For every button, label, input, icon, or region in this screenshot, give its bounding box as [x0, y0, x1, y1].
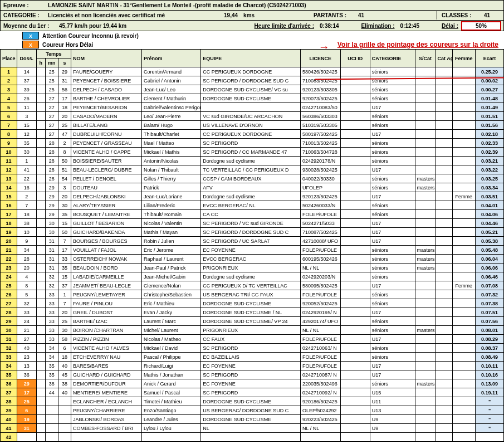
- cell-femme: [452, 370, 476, 379]
- cell-equipe: SC PERIGORD: [201, 344, 301, 353]
- cell-mn: 33: [45, 290, 58, 299]
- cell-place: 36: [1, 379, 17, 388]
- cell-ecart: 0.04.06: [476, 210, 504, 219]
- cell-prenom: Mickael / Mathis: [141, 148, 200, 157]
- cell-lic: NL / NL: [301, 326, 341, 335]
- cell-nom: JABLONSKI/ BORDAS: [71, 415, 141, 424]
- table-row: 33233418ETCHEVERRY/ NAUPascal / Philippe…: [1, 353, 504, 362]
- cell-femme: [452, 85, 476, 94]
- cell-prenom: Jean-Paul / Patrick: [141, 264, 200, 272]
- cell-place: 19: [1, 228, 17, 237]
- cell-uci: [340, 165, 370, 174]
- cell-femme: [452, 121, 476, 130]
- cell-age: [436, 317, 452, 326]
- cell-femme: [452, 362, 476, 370]
- cell-lic: FOLEP/UFOLE: [301, 210, 341, 219]
- cell-s: 45: [58, 370, 71, 379]
- cell-uci: [340, 415, 370, 424]
- cell-s: 20: [58, 308, 71, 317]
- cell-nom: BARTHE/ IZAC: [71, 317, 141, 326]
- cell-prenom: Balam/ Hugo: [141, 121, 200, 130]
- cell-equipe: EVCC BERGERAC/ NL: [201, 201, 301, 210]
- cell-ecart: 0.01.49: [476, 103, 504, 112]
- cell-doss: 18: [17, 210, 37, 219]
- cell-prenom: Mickael / David: [141, 344, 200, 353]
- cell-lic: 710087/502425: [301, 228, 341, 237]
- cell-doss: 2: [17, 192, 37, 201]
- cell-cat: séniors: [370, 85, 415, 94]
- cell-nom: GUICHARD / GUICHARD: [71, 370, 141, 379]
- cell-age: [436, 433, 452, 442]
- cell-doss: 6: [17, 406, 37, 415]
- table-row: 4262717BARTHE / CHEVROLIERClement / Math…: [1, 94, 504, 103]
- cell-prenom: Leo/ Jean-Pierre: [141, 112, 200, 121]
- cell-s: 47: [58, 130, 71, 139]
- cell-equipe: US VILLENAVE D'ORNON: [201, 121, 301, 130]
- cell-nom: ALARY/TEYSSIER: [71, 201, 141, 210]
- cell-nom: GUILLOT / BESARION: [71, 219, 141, 228]
- results-table: Place Doss. Temps NOM Prénom EQUIPE LICE…: [0, 49, 504, 442]
- cell-cat: séniors: [370, 174, 415, 183]
- cell-ecart: 0.07.38: [476, 299, 504, 308]
- cell-h: [36, 264, 45, 272]
- cell-cat: séniors: [370, 264, 415, 272]
- cell-ecart: 0.08.37: [476, 344, 504, 353]
- cell-age: [436, 397, 452, 406]
- cell-h: [36, 317, 45, 326]
- cell-equipe: SC PERIGORD: [201, 139, 301, 148]
- cell-h: [36, 210, 45, 219]
- cell-ecart: 0.01.56: [476, 121, 504, 130]
- cell-doss: 28: [17, 255, 37, 264]
- cell-cat: séniors: [370, 290, 415, 299]
- cell-lic: 0242710087/ N: [301, 370, 341, 379]
- cell-s: 38: [58, 379, 71, 388]
- cell-femme: [452, 388, 476, 397]
- table-row: 1030288VICENTE ALHO / CAPPEMickael / Mat…: [1, 148, 504, 157]
- cell-h: [36, 165, 45, 174]
- cell-nom: PEUGNY/LEMETAYER: [71, 290, 141, 299]
- cell-mn: 31: [45, 255, 58, 264]
- cell-prenom: Clement / Mathurin: [141, 94, 200, 103]
- cell-ecart: 0.06.04: [476, 255, 504, 264]
- cell-uci: [340, 67, 370, 76]
- grid-link[interactable]: Voir la grille de pointage des coureurs …: [337, 41, 498, 48]
- cell-s: 40: [58, 388, 71, 397]
- cell-ecart: 0.03.34: [476, 183, 504, 192]
- cell-prenom: Mathis / Jonathan: [141, 370, 200, 379]
- cell-mn: 31: [45, 246, 58, 255]
- cell-doss: 36: [17, 370, 37, 379]
- cell-place: 33: [1, 353, 17, 362]
- cell-uci: [340, 281, 370, 290]
- cell-lic: 42710088/ UFO: [301, 237, 341, 246]
- cell-cat: séniors: [370, 246, 415, 255]
- cell-s: 37: [58, 281, 71, 290]
- cell-equipe: SC PERIGORD / DORDOGNE SUD C: [201, 228, 301, 237]
- cell-nom: BARTHE / CHEVROLIER: [71, 94, 141, 103]
- cell-age: [436, 201, 452, 210]
- cell-mn: 34: [45, 344, 58, 353]
- table-row: 22283133OSTERREICH/ NOWAKRaphael / Laure…: [1, 255, 504, 264]
- cell-nom: FAURE / PINLOU: [71, 299, 141, 308]
- cell-scat: masters: [415, 326, 436, 335]
- results-tbody: 1142529FAURE/GOUERYCorentin/ArmandCC PER…: [1, 67, 504, 442]
- cell-cat: U17: [370, 362, 415, 370]
- cell-scat: [415, 388, 436, 397]
- cell-femme: [452, 255, 476, 264]
- cell-doss: 19: [17, 415, 37, 424]
- cell-nom: PEYENCET/BESARION: [71, 103, 141, 112]
- cell-equipe: CCSP / CAM BORDEAUX: [201, 174, 301, 183]
- cell-femme: [452, 246, 476, 255]
- cell-nom: DELPECH/JABLONSKI: [71, 192, 141, 201]
- cell-s: 31: [58, 76, 71, 85]
- cell-s: 40: [58, 362, 71, 370]
- cell-cat: U17: [370, 228, 415, 237]
- cell-scat: [415, 201, 436, 210]
- cell-s: 35: [58, 210, 71, 219]
- cell-lic: 510319/503305: [301, 121, 341, 130]
- cell-femme: [452, 397, 476, 406]
- cell-mn: 33: [45, 299, 58, 308]
- cell-doss: 9: [17, 237, 37, 246]
- cell-age: [436, 353, 452, 362]
- cell-h: [36, 174, 45, 183]
- table-row: 18383015GUILLOT / BESARIONNicolas / Vale…: [1, 219, 504, 228]
